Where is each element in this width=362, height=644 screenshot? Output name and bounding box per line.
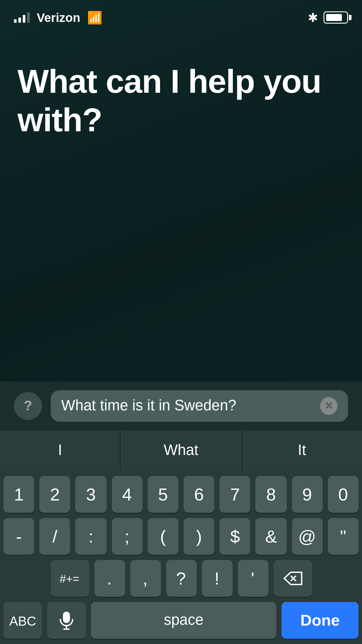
key-quote[interactable]: " — [328, 518, 359, 555]
key-4[interactable]: 4 — [112, 476, 143, 513]
help-icon: ? — [24, 398, 32, 414]
predictive-bar: I What It — [0, 430, 362, 471]
signal-bar-2 — [18, 18, 21, 23]
key-3[interactable]: 3 — [75, 476, 106, 513]
signal-bars — [14, 12, 30, 23]
key-question[interactable]: ? — [166, 560, 196, 597]
key-1[interactable]: 1 — [3, 476, 34, 513]
key-dash[interactable]: - — [3, 518, 34, 555]
bluetooth-icon: ✱ — [308, 10, 318, 24]
clear-icon: ✕ — [324, 401, 333, 411]
search-input-text: What time is it in Sweden? — [61, 397, 320, 415]
predictive-item-3[interactable]: It — [242, 430, 362, 471]
bottom-row: ABC space Done — [0, 597, 362, 644]
key-semicolon[interactable]: ; — [112, 518, 143, 555]
key-at[interactable]: @ — [292, 518, 323, 555]
key-done[interactable]: Done — [282, 602, 359, 639]
number-row: 1 2 3 4 5 6 7 8 9 0 — [0, 471, 362, 513]
key-abc[interactable]: ABC — [3, 602, 42, 639]
key-7[interactable]: 7 — [220, 476, 251, 513]
key-6[interactable]: 6 — [184, 476, 215, 513]
battery-fill — [326, 14, 342, 21]
key-0[interactable]: 0 — [328, 476, 359, 513]
key-open-paren[interactable]: ( — [147, 518, 178, 555]
key-apostrophe[interactable]: ' — [238, 560, 268, 597]
key-colon[interactable]: : — [75, 518, 106, 555]
input-area: ? What time is it in Sweden? ✕ — [0, 382, 362, 430]
keyboard: 1 2 3 4 5 6 7 8 9 0 - / : ; ( ) $ & — [0, 471, 362, 644]
clear-button[interactable]: ✕ — [320, 397, 338, 415]
key-slash[interactable]: / — [40, 518, 71, 555]
key-5[interactable]: 5 — [147, 476, 178, 513]
signal-bar-4 — [27, 12, 30, 23]
key-ampersand[interactable]: & — [256, 518, 287, 555]
key-8[interactable]: 8 — [256, 476, 287, 513]
key-dollar[interactable]: $ — [220, 518, 251, 555]
svg-rect-0 — [63, 612, 70, 623]
key-2[interactable]: 2 — [40, 476, 71, 513]
status-bar: Verizon 📶 ✱ — [0, 0, 362, 32]
status-left: Verizon 📶 — [14, 10, 102, 24]
key-period[interactable]: . — [94, 560, 125, 597]
status-right: ✱ — [308, 10, 348, 24]
key-space[interactable]: space — [91, 602, 276, 639]
signal-bar-1 — [14, 19, 17, 23]
key-close-paren[interactable]: ) — [184, 518, 215, 555]
wifi-icon: 📶 — [87, 10, 102, 24]
help-button[interactable]: ? — [14, 392, 42, 420]
carrier-name: Verizon — [37, 10, 80, 24]
key-exclamation[interactable]: ! — [202, 560, 232, 597]
key-mic[interactable] — [47, 602, 86, 639]
key-9[interactable]: 9 — [292, 476, 323, 513]
delete-key[interactable] — [273, 560, 312, 597]
main-content: What can I help you with? — [0, 32, 362, 382]
symbol-row-1: - / : ; ( ) $ & @ " — [0, 513, 362, 555]
battery-icon — [324, 11, 348, 24]
siri-greeting: What can I help you with? — [17, 63, 345, 139]
search-input-wrapper[interactable]: What time is it in Sweden? ✕ — [51, 390, 348, 422]
symbol-row-2: #+= . , ? ! ' — [0, 555, 362, 597]
signal-bar-3 — [23, 15, 25, 23]
battery-container — [324, 11, 348, 24]
predictive-item-2[interactable]: What — [121, 430, 242, 471]
predictive-item-1[interactable]: I — [0, 430, 121, 471]
key-more-symbols[interactable]: #+= — [50, 560, 89, 597]
key-comma[interactable]: , — [130, 560, 161, 597]
